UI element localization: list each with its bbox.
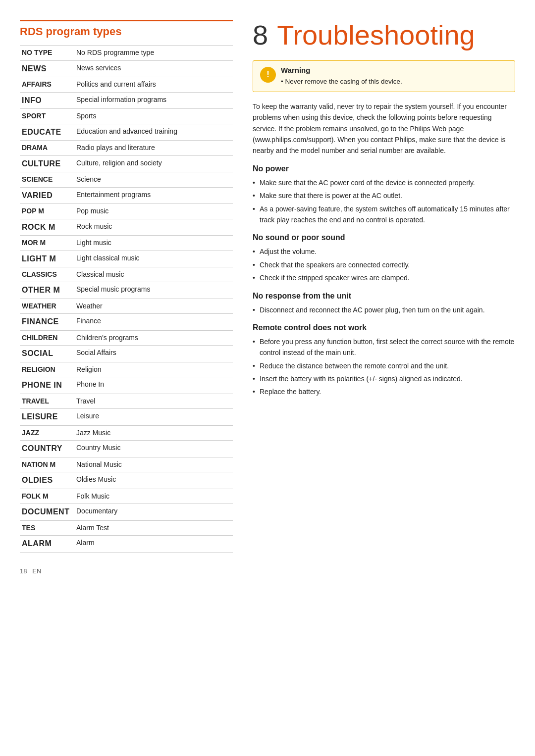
rds-desc: Jazz Music [74, 425, 233, 441]
rds-code: SCIENCE [20, 172, 74, 187]
rds-section-title: RDS program types [20, 20, 233, 38]
rds-desc: Phone In [74, 377, 233, 394]
rds-code: SOCIAL [20, 346, 74, 362]
list-item: Make sure that there is power at the AC … [253, 190, 515, 201]
rds-code: NO TYPE [20, 46, 74, 61]
list-item: Check that the speakers are connected co… [253, 259, 515, 270]
rds-desc: Pop music [74, 203, 233, 219]
rds-desc: Religion [74, 362, 233, 377]
section-heading: Remote control does not work [253, 323, 515, 332]
rds-desc: Alarm Test [74, 520, 233, 536]
table-row: FINANCEFinance [20, 314, 233, 330]
intro-text: To keep the warranty valid, never try to… [253, 101, 515, 156]
rds-desc: News services [74, 60, 233, 77]
rds-desc: Finance [74, 314, 233, 330]
list-item: Insert the battery with its polarities (… [253, 373, 515, 384]
rds-desc: Entertainment programs [74, 187, 233, 203]
warning-title: Warning [281, 66, 402, 74]
table-row: POP MPop music [20, 203, 233, 219]
rds-desc: Weather [74, 299, 233, 314]
list-item: Disconnect and reconnect the AC power pl… [253, 304, 515, 315]
rds-code: POP M [20, 203, 74, 219]
table-row: LEISURELeisure [20, 409, 233, 425]
table-row: SOCIALSocial Affairs [20, 346, 233, 362]
rds-code: ROCK M [20, 219, 74, 235]
chapter-number: 8 [253, 20, 268, 50]
page-footer: 18 EN [20, 567, 233, 575]
left-column: RDS program types NO TYPENo RDS programm… [20, 20, 233, 575]
table-row: ALARMAlarm [20, 536, 233, 552]
list-item: Check if the stripped speaker wires are … [253, 272, 515, 283]
rds-desc: Alarm [74, 536, 233, 552]
bullet-list: Before you press any function button, fi… [253, 336, 515, 398]
rds-desc: No RDS programme type [74, 46, 233, 61]
rds-desc: Travel [74, 394, 233, 409]
rds-desc: Special information programs [74, 92, 233, 108]
rds-desc: Education and advanced training [74, 124, 233, 140]
rds-code: VARIED [20, 187, 74, 203]
rds-code: FINANCE [20, 314, 74, 330]
rds-code: WEATHER [20, 299, 74, 314]
rds-code: NATION M [20, 457, 74, 472]
table-row: OTHER MSpecial music programs [20, 282, 233, 299]
chapter-title: 8 Troubleshooting [253, 20, 515, 50]
list-item: Replace the battery. [253, 386, 515, 397]
table-row: MOR MLight music [20, 235, 233, 251]
table-row: PHONE INPhone In [20, 377, 233, 394]
right-column: 8 Troubleshooting ! Warning • Never remo… [253, 20, 515, 575]
rds-desc: Classical music [74, 267, 233, 282]
table-row: AFFAIRSPolitics and current affairs [20, 77, 233, 92]
rds-desc: Science [74, 172, 233, 187]
table-row: JAZZJazz Music [20, 425, 233, 441]
bullet-list: Adjust the volume.Check that the speaker… [253, 246, 515, 283]
rds-table: NO TYPENo RDS programme typeNEWSNews ser… [20, 45, 233, 553]
section-heading: No sound or poor sound [253, 233, 515, 242]
table-row: COUNTRYCountry Music [20, 441, 233, 457]
section-heading: No response from the unit [253, 292, 515, 301]
rds-code: CHILDREN [20, 330, 74, 346]
rds-code: PHONE IN [20, 377, 74, 394]
bullet-list: Disconnect and reconnect the AC power pl… [253, 304, 515, 315]
table-row: TRAVELTravel [20, 394, 233, 409]
warning-bullet: • Never remove the casing of this device… [281, 77, 402, 87]
rds-desc: National Music [74, 457, 233, 472]
table-row: ROCK MRock music [20, 219, 233, 235]
rds-code: DRAMA [20, 140, 74, 155]
chapter-name: Troubleshooting [277, 20, 475, 50]
table-row: CHILDRENChildren's programs [20, 330, 233, 346]
table-row: INFOSpecial information programs [20, 92, 233, 108]
rds-code: INFO [20, 92, 74, 108]
rds-code: DOCUMENT [20, 504, 74, 520]
rds-code: COUNTRY [20, 441, 74, 457]
list-item: Before you press any function button, fi… [253, 336, 515, 358]
warning-content: Warning • Never remove the casing of thi… [281, 66, 402, 87]
rds-desc: Children's programs [74, 330, 233, 346]
rds-desc: Light music [74, 235, 233, 251]
warning-box: ! Warning • Never remove the casing of t… [253, 60, 515, 92]
rds-code: EDUCATE [20, 124, 74, 140]
page-number: 18 [20, 567, 27, 575]
page-lang: EN [32, 567, 41, 575]
rds-code: NEWS [20, 60, 74, 77]
rds-code: TES [20, 520, 74, 536]
rds-code: SPORT [20, 108, 74, 124]
table-row: CLASSICSClassical music [20, 267, 233, 282]
rds-code: LEISURE [20, 409, 74, 425]
rds-desc: Special music programs [74, 282, 233, 299]
table-row: CULTURECulture, religion and society [20, 155, 233, 172]
table-row: DOCUMENTDocumentary [20, 504, 233, 520]
rds-desc: Documentary [74, 504, 233, 520]
rds-desc: Oldies Music [74, 472, 233, 489]
rds-desc: Politics and current affairs [74, 77, 233, 92]
rds-code: MOR M [20, 235, 74, 251]
table-row: TESAlarm Test [20, 520, 233, 536]
rds-code: ALARM [20, 536, 74, 552]
rds-desc: Light classical music [74, 251, 233, 267]
list-item: Reduce the distance between the remote c… [253, 360, 515, 371]
warning-icon: ! [260, 67, 276, 83]
table-row: NATION MNational Music [20, 457, 233, 472]
table-row: OLDIESOldies Music [20, 472, 233, 489]
table-row: LIGHT MLight classical music [20, 251, 233, 267]
table-row: RELIGIONReligion [20, 362, 233, 377]
rds-code: RELIGION [20, 362, 74, 377]
